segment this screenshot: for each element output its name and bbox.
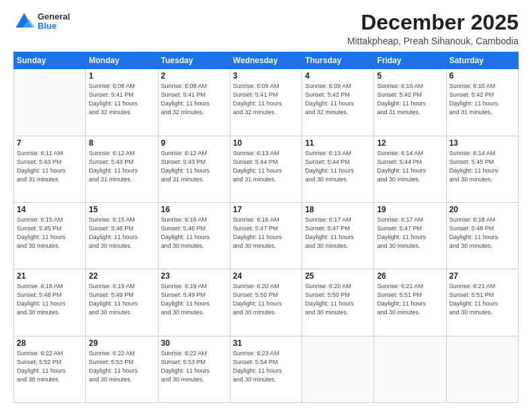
day-number: 15 <box>89 205 154 214</box>
calendar-week-row: 14Sunrise: 6:15 AMSunset: 5:45 PMDayligh… <box>14 202 519 269</box>
day-info: Sunrise: 6:10 AMSunset: 5:42 PMDaylight:… <box>449 82 515 117</box>
day-number: 18 <box>305 205 371 214</box>
day-number: 12 <box>377 138 443 148</box>
logo: General Blue <box>13 11 70 32</box>
day-info: Sunrise: 6:20 AMSunset: 5:50 PMDaylight:… <box>305 282 371 317</box>
day-number: 10 <box>233 138 299 148</box>
calendar-week-row: 7Sunrise: 6:11 AMSunset: 5:43 PMDaylight… <box>14 136 519 202</box>
day-number: 3 <box>233 71 299 81</box>
table-row: 28Sunrise: 6:22 AMSunset: 5:52 PMDayligh… <box>14 336 86 402</box>
table-row <box>14 69 86 136</box>
day-info: Sunrise: 6:16 AMSunset: 5:47 PMDaylight:… <box>233 216 299 250</box>
day-number: 1 <box>89 71 154 81</box>
day-number: 6 <box>449 71 515 81</box>
logo-text: General Blue <box>38 12 70 32</box>
day-info: Sunrise: 6:23 AMSunset: 5:54 PMDaylight:… <box>233 349 299 384</box>
day-number: 13 <box>449 138 515 148</box>
table-row: 24Sunrise: 6:20 AMSunset: 5:50 PMDayligh… <box>230 269 302 336</box>
day-number: 30 <box>161 338 227 348</box>
day-info: Sunrise: 6:22 AMSunset: 5:53 PMDaylight:… <box>161 349 227 384</box>
table-row: 29Sunrise: 6:22 AMSunset: 5:53 PMDayligh… <box>86 336 158 402</box>
page: General Blue December 2025 Mittakpheap, … <box>0 0 532 411</box>
day-number: 31 <box>233 338 299 348</box>
day-number: 23 <box>161 271 227 281</box>
day-info: Sunrise: 6:10 AMSunset: 5:42 PMDaylight:… <box>377 82 443 117</box>
day-info: Sunrise: 6:18 AMSunset: 5:48 PMDaylight:… <box>17 282 83 317</box>
table-row: 27Sunrise: 6:21 AMSunset: 5:51 PMDayligh… <box>446 269 518 336</box>
day-info: Sunrise: 6:08 AMSunset: 5:41 PMDaylight:… <box>89 82 154 117</box>
day-info: Sunrise: 6:19 AMSunset: 5:49 PMDaylight:… <box>89 282 154 317</box>
day-number: 28 <box>17 338 83 348</box>
day-number: 17 <box>233 205 299 214</box>
day-info: Sunrise: 6:20 AMSunset: 5:50 PMDaylight:… <box>233 282 299 317</box>
day-info: Sunrise: 6:15 AMSunset: 5:46 PMDaylight:… <box>89 216 154 250</box>
logo-icon <box>13 11 35 32</box>
day-number: 27 <box>449 271 515 281</box>
day-info: Sunrise: 6:09 AMSunset: 5:42 PMDaylight:… <box>305 82 371 117</box>
day-info: Sunrise: 6:16 AMSunset: 5:46 PMDaylight:… <box>161 216 227 250</box>
day-info: Sunrise: 6:12 AMSunset: 5:43 PMDaylight:… <box>89 149 154 184</box>
table-row: 7Sunrise: 6:11 AMSunset: 5:43 PMDaylight… <box>14 136 86 202</box>
table-row: 14Sunrise: 6:15 AMSunset: 5:45 PMDayligh… <box>14 202 86 269</box>
day-info: Sunrise: 6:15 AMSunset: 5:45 PMDaylight:… <box>17 216 83 250</box>
table-row: 23Sunrise: 6:19 AMSunset: 5:49 PMDayligh… <box>158 269 230 336</box>
weekday-header-row: Sunday Monday Tuesday Wednesday Thursday… <box>14 52 519 69</box>
table-row: 17Sunrise: 6:16 AMSunset: 5:47 PMDayligh… <box>230 202 302 269</box>
day-info: Sunrise: 6:22 AMSunset: 5:53 PMDaylight:… <box>89 349 154 384</box>
day-number: 26 <box>377 271 443 281</box>
table-row: 3Sunrise: 6:09 AMSunset: 5:41 PMDaylight… <box>230 69 302 136</box>
table-row: 5Sunrise: 6:10 AMSunset: 5:42 PMDaylight… <box>374 69 446 136</box>
table-row: 10Sunrise: 6:13 AMSunset: 5:44 PMDayligh… <box>230 136 302 202</box>
day-number: 24 <box>233 271 299 281</box>
table-row: 11Sunrise: 6:13 AMSunset: 5:44 PMDayligh… <box>302 136 374 202</box>
day-info: Sunrise: 6:18 AMSunset: 5:48 PMDaylight:… <box>449 216 515 250</box>
day-info: Sunrise: 6:08 AMSunset: 5:41 PMDaylight:… <box>161 82 227 117</box>
day-info: Sunrise: 6:14 AMSunset: 5:45 PMDaylight:… <box>449 149 515 184</box>
day-number: 11 <box>305 138 371 148</box>
col-sunday: Sunday <box>14 52 86 69</box>
day-info: Sunrise: 6:13 AMSunset: 5:44 PMDaylight:… <box>233 149 299 184</box>
table-row: 20Sunrise: 6:18 AMSunset: 5:48 PMDayligh… <box>446 202 518 269</box>
day-number: 22 <box>89 271 154 281</box>
location-subtitle: Mittakpheap, Preah Sihanouk, Cambodia <box>347 36 519 46</box>
day-info: Sunrise: 6:13 AMSunset: 5:44 PMDaylight:… <box>305 149 371 184</box>
day-info: Sunrise: 6:17 AMSunset: 5:47 PMDaylight:… <box>377 216 443 250</box>
col-wednesday: Wednesday <box>230 52 302 69</box>
day-number: 19 <box>377 205 443 214</box>
table-row: 26Sunrise: 6:21 AMSunset: 5:51 PMDayligh… <box>374 269 446 336</box>
day-number: 14 <box>17 205 83 214</box>
calendar-week-row: 1Sunrise: 6:08 AMSunset: 5:41 PMDaylight… <box>14 69 519 136</box>
day-number: 20 <box>449 205 515 214</box>
table-row: 30Sunrise: 6:22 AMSunset: 5:53 PMDayligh… <box>158 336 230 402</box>
table-row <box>374 336 446 402</box>
col-friday: Friday <box>374 52 446 69</box>
table-row: 2Sunrise: 6:08 AMSunset: 5:41 PMDaylight… <box>158 69 230 136</box>
day-number: 8 <box>89 138 154 148</box>
day-info: Sunrise: 6:11 AMSunset: 5:43 PMDaylight:… <box>17 149 83 184</box>
logo-general-label: General <box>38 12 70 21</box>
day-info: Sunrise: 6:17 AMSunset: 5:47 PMDaylight:… <box>305 216 371 250</box>
day-number: 16 <box>161 205 227 214</box>
title-block: December 2025 Mittakpheap, Preah Sihanou… <box>347 11 519 46</box>
day-number: 5 <box>377 71 443 81</box>
table-row: 31Sunrise: 6:23 AMSunset: 5:54 PMDayligh… <box>230 336 302 402</box>
table-row: 25Sunrise: 6:20 AMSunset: 5:50 PMDayligh… <box>302 269 374 336</box>
day-number: 7 <box>17 138 83 148</box>
calendar-table: Sunday Monday Tuesday Wednesday Thursday… <box>13 52 519 403</box>
day-info: Sunrise: 6:12 AMSunset: 5:43 PMDaylight:… <box>161 149 227 184</box>
calendar-body: 1Sunrise: 6:08 AMSunset: 5:41 PMDaylight… <box>14 69 519 403</box>
day-number: 4 <box>305 71 371 81</box>
day-info: Sunrise: 6:14 AMSunset: 5:44 PMDaylight:… <box>377 149 443 184</box>
table-row: 4Sunrise: 6:09 AMSunset: 5:42 PMDaylight… <box>302 69 374 136</box>
day-info: Sunrise: 6:21 AMSunset: 5:51 PMDaylight:… <box>449 282 515 317</box>
day-number: 9 <box>161 138 227 148</box>
table-row <box>302 336 374 402</box>
table-row: 16Sunrise: 6:16 AMSunset: 5:46 PMDayligh… <box>158 202 230 269</box>
day-info: Sunrise: 6:09 AMSunset: 5:41 PMDaylight:… <box>233 82 299 117</box>
col-tuesday: Tuesday <box>158 52 230 69</box>
calendar-week-row: 28Sunrise: 6:22 AMSunset: 5:52 PMDayligh… <box>14 336 519 402</box>
table-row: 22Sunrise: 6:19 AMSunset: 5:49 PMDayligh… <box>86 269 158 336</box>
day-info: Sunrise: 6:19 AMSunset: 5:49 PMDaylight:… <box>161 282 227 317</box>
table-row: 18Sunrise: 6:17 AMSunset: 5:47 PMDayligh… <box>302 202 374 269</box>
day-number: 25 <box>305 271 371 281</box>
